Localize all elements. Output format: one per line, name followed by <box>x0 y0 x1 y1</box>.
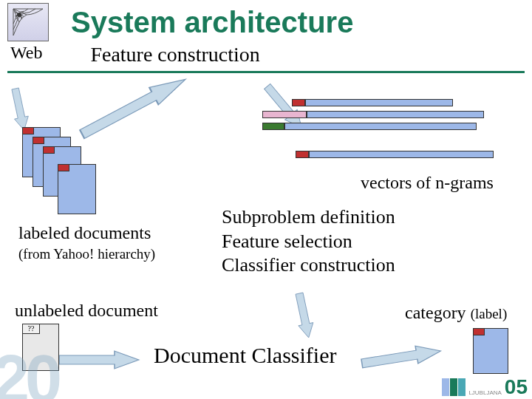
vector-bar <box>262 121 477 132</box>
web-icon <box>7 3 49 41</box>
subproblem-line: Feature selection <box>222 230 395 254</box>
category-label: category (label) <box>405 301 507 324</box>
labeled-documents-source: (from Yahoo! hierarchy) <box>18 245 155 263</box>
footer-logo: LJUBLJANA 05 <box>442 378 528 396</box>
event-logo-icon <box>442 378 466 396</box>
web-label: Web <box>10 43 42 63</box>
divider <box>7 71 525 73</box>
unlabeled-document-label: unlabeled document <box>15 299 158 321</box>
subproblem-line: Subproblem definition <box>222 205 395 230</box>
document-icon <box>58 164 96 214</box>
subproblem-line: Classifier construction <box>222 253 395 278</box>
subproblem-block: Subproblem definition Feature selection … <box>222 205 395 278</box>
footer-city: LJUBLJANA <box>468 390 501 396</box>
unknown-tag: ?? <box>22 324 40 334</box>
vector-bar <box>262 109 484 120</box>
title-row: System architecture <box>0 0 532 41</box>
category-document-icon <box>473 328 508 374</box>
page-number: 20 <box>0 346 58 399</box>
labeled-documents-label: labeled documents <box>18 222 151 244</box>
feature-construction-label: Feature construction <box>90 43 259 66</box>
slide-title: System architecture <box>71 6 353 39</box>
vector-bar <box>296 149 494 160</box>
subtitle-row: Web Feature construction <box>0 43 532 66</box>
vector-bar <box>292 98 453 108</box>
footer-year: 05 <box>505 378 528 396</box>
document-classifier-label: Document Classifier <box>154 341 336 369</box>
vectors-label: vectors of n-grams <box>361 171 494 194</box>
